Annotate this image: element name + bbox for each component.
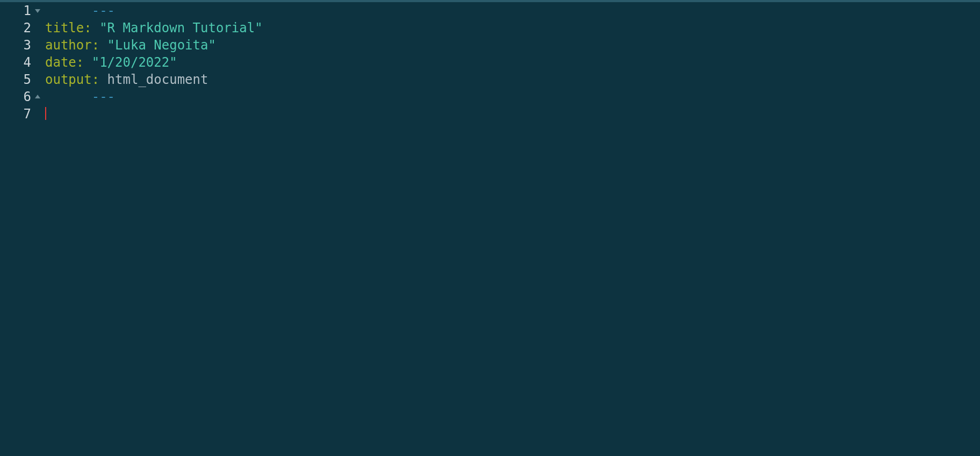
code-line[interactable]: 7 <box>0 105 980 123</box>
yaml-value: "Luka Negoita" <box>107 38 216 53</box>
code-line[interactable]: 6 --- <box>0 88 980 105</box>
line-number: 4 <box>0 54 33 71</box>
yaml-space <box>92 20 99 35</box>
yaml-colon: : <box>92 38 99 53</box>
code-line[interactable]: 2 title: "R Markdown Tutorial" <box>0 19 980 37</box>
yaml-delimiter: --- <box>92 89 115 104</box>
line-number: 3 <box>0 37 33 54</box>
yaml-key: date <box>45 55 76 70</box>
code-content[interactable]: author: "Luka Negoita" <box>42 37 216 54</box>
yaml-colon: : <box>84 20 91 35</box>
yaml-delimiter: --- <box>92 3 115 18</box>
code-editor[interactable]: 1 --- 2 title: "R Markdown Tutorial" 3 a… <box>0 0 980 456</box>
yaml-space <box>99 38 107 53</box>
line-number: 2 <box>0 19 33 37</box>
code-content[interactable]: date: "1/20/2022" <box>42 54 177 71</box>
code-content[interactable]: title: "R Markdown Tutorial" <box>42 19 263 37</box>
svg-marker-0 <box>35 9 40 13</box>
code-line[interactable]: 4 date: "1/20/2022" <box>0 54 980 71</box>
line-number: 7 <box>0 105 33 123</box>
yaml-space <box>84 55 91 70</box>
line-number: 5 <box>0 71 33 88</box>
code-line[interactable]: 1 --- <box>0 2 980 19</box>
yaml-value: "1/20/2022" <box>92 55 177 70</box>
text-cursor <box>45 107 46 120</box>
yaml-value: html_document <box>107 72 208 87</box>
yaml-colon: : <box>76 55 84 70</box>
fold-down-icon[interactable] <box>33 8 42 13</box>
svg-marker-1 <box>35 95 40 98</box>
yaml-value: "R Markdown Tutorial" <box>99 20 262 35</box>
yaml-key: title <box>45 20 84 35</box>
line-number: 1 <box>0 2 33 19</box>
code-line[interactable]: 5 output: html_document <box>0 71 980 88</box>
code-content[interactable] <box>42 105 46 123</box>
line-number: 6 <box>0 88 33 105</box>
yaml-key: author <box>45 38 92 53</box>
code-line[interactable]: 3 author: "Luka Negoita" <box>0 37 980 54</box>
fold-up-icon[interactable] <box>33 94 42 99</box>
